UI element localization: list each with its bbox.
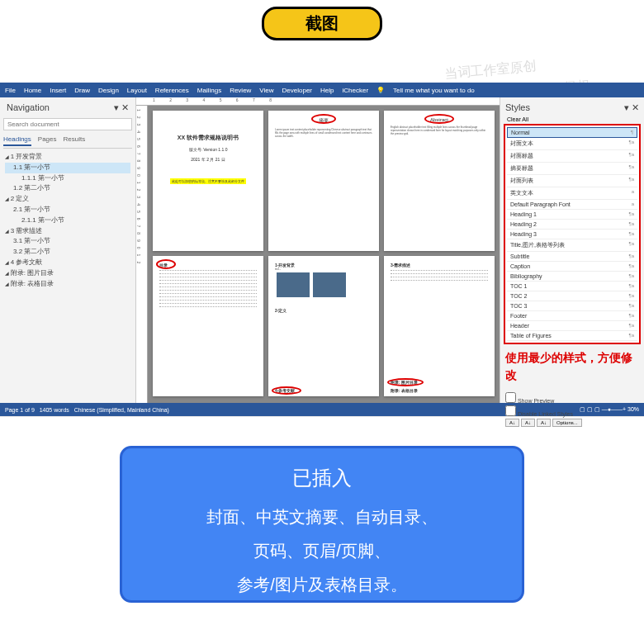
nav-tree: 1 开发背景1.1 第一小节1.1.1 第一小节1.2 第二小节2 定义2.1 … [3, 149, 132, 292]
style-item[interactable]: Footer¶a [507, 311, 637, 321]
word-window: File Home Insert Draw Design Layout Refe… [0, 83, 644, 417]
nav-tree-item[interactable]: 3 需求描述 [5, 226, 130, 237]
nav-tree-item[interactable]: 1.1 第一小节 [5, 163, 130, 173]
vertical-ruler: 1234567890123456789012 [136, 106, 148, 403]
tab-headings[interactable]: Headings [3, 135, 31, 146]
clear-all[interactable]: Clear All [504, 115, 641, 124]
style-item[interactable]: Subtitle¶a [507, 252, 637, 262]
style-item[interactable]: Heading 2¶a [507, 220, 637, 230]
app2: 附录: 表格目录 [391, 388, 418, 393]
nav-tree-item[interactable]: 3.2 第二小节 [5, 247, 130, 258]
style-item[interactable]: Normal¶ [507, 127, 637, 138]
style-item[interactable]: Default Paragraph Fonta [507, 200, 637, 210]
style-item[interactable]: TOC 2¶a [507, 291, 637, 301]
style-item[interactable]: TOC 1¶a [507, 282, 637, 291]
options-button[interactable]: Options... [552, 419, 582, 427]
nav-title: Navigation [7, 102, 50, 113]
show-preview-checkbox[interactable]: Show Preview [505, 392, 639, 404]
style-item[interactable]: Heading 1¶a [507, 210, 637, 220]
tab-review[interactable]: Review [230, 87, 251, 94]
style-btn-1[interactable]: A↓ [505, 419, 519, 427]
styles-title: Styles [505, 102, 530, 113]
page-text: Lorem ipsum text content placeholder rep… [275, 128, 372, 139]
page-thumb[interactable]: 3·需求描述 附录: 图片目录 附录: 表格目录 [384, 256, 495, 396]
page-text: English abstract placeholder text fillin… [391, 125, 488, 136]
tab-ichecker[interactable]: iChecker [342, 87, 368, 94]
callout-line: 页码、页眉/页脚、 [139, 540, 505, 562]
navigation-panel: Navigation ▾ ✕ Headings Pages Results 1 … [0, 97, 136, 403]
close-icon[interactable]: ▾ ✕ [624, 102, 639, 113]
doc-title: XX 软件需求规格说明书 [159, 134, 257, 142]
tab-file[interactable]: File [5, 87, 16, 94]
styles-panel: Styles ▾ ✕ Clear All Normal¶封面文本¶a封面标题¶a… [500, 97, 644, 403]
callout-line: 封面、中英文摘要、自动目录、 [139, 506, 505, 528]
callout-line: 已插入 [139, 465, 505, 491]
style-item[interactable]: Table of Figures¶a [507, 331, 637, 341]
tab-layout[interactable]: Layout [127, 87, 147, 94]
doc-note: 此处可以加您的情等说。注意不要涉及此部分文件 [170, 178, 246, 184]
style-item[interactable]: TOC 3¶a [507, 301, 637, 311]
tab-references[interactable]: References [155, 87, 189, 94]
style-item[interactable]: 英文文本a [507, 187, 637, 200]
nav-tree-item[interactable]: 3.1 第一小节 [5, 236, 130, 247]
page-thumb[interactable]: 摘要 Lorem ipsum text content placeholder … [268, 111, 379, 251]
style-item[interactable]: Header¶a [507, 321, 637, 331]
style-item[interactable]: 封面标题¶a [507, 150, 637, 163]
style-item[interactable]: Title,图片,表格等列表¶a [507, 239, 637, 252]
nav-tree-item[interactable]: 1 开发背景 [5, 152, 130, 163]
word-count[interactable]: 1405 words [40, 407, 69, 413]
callout-line: 参考/图片及表格目录。 [139, 574, 505, 596]
disable-linked-checkbox[interactable]: Disable Linked Styles [505, 405, 639, 417]
page-thumb[interactable]: XX 软件需求规格说明书 版文号: Version 1.1.0 2021 年 2… [153, 111, 263, 251]
annotation: 使用最少的样式，方便修改 [504, 344, 641, 389]
tellme-input[interactable]: Tell me what you want to do [393, 87, 475, 94]
chevron-down-icon[interactable]: ▾ ✕ [114, 102, 129, 113]
search-input[interactable] [3, 118, 132, 130]
nav-tree-item[interactable]: 4 参考文献 [5, 258, 130, 268]
info-callout: 已插入 封面、中英文摘要、自动目录、 页码、页眉/页脚、 参考/图片及表格目录。 [120, 446, 524, 603]
language-indicator[interactable]: Chinese (Simplified, Mainland China) [74, 407, 169, 413]
h3: 3·需求描述 [391, 263, 488, 268]
style-item[interactable]: Heading 3¶a [507, 230, 637, 239]
style-item[interactable]: 封面列表¶a [507, 175, 637, 187]
document-area[interactable]: 1 2 3 4 5 6 7 8 1234567890123456789012 X… [136, 97, 500, 403]
tab-home[interactable]: Home [24, 87, 41, 94]
page-thumb[interactable]: 1·开发背景 text... 2·定义 4·参考文献 [268, 256, 379, 396]
screenshot-badge: 截图 [262, 7, 382, 40]
tab-draw[interactable]: Draw [74, 87, 90, 94]
style-btn-2[interactable]: A↓ [521, 419, 535, 427]
style-btn-3[interactable]: A↓ [537, 419, 551, 427]
tab-design[interactable]: Design [98, 87, 119, 94]
tab-view[interactable]: View [259, 87, 273, 94]
ribbon: File Home Insert Draw Design Layout Refe… [0, 83, 644, 97]
page-thumb[interactable]: 目录 [153, 256, 263, 396]
h2: 2·定义 [275, 308, 372, 313]
style-item[interactable]: Caption¶a [507, 262, 637, 272]
tab-insert[interactable]: Insert [50, 87, 66, 94]
page-thumb[interactable]: Abstract English abstract placeholder te… [384, 111, 495, 251]
nav-tree-item[interactable]: 2.1 第一小节 [5, 205, 130, 215]
nav-tree-item[interactable]: 2.1.1 第一小节 [5, 215, 130, 226]
page-indicator[interactable]: Page 1 of 9 [5, 407, 35, 413]
horizontal-ruler: 1 2 3 4 5 6 7 8 [136, 97, 500, 106]
nav-tree-item[interactable]: 2 定义 [5, 194, 130, 205]
nav-tree-item[interactable]: 1.2 第二小节 [5, 183, 130, 194]
tab-mailings[interactable]: Mailings [197, 87, 221, 94]
lightbulb-icon: 💡 [376, 87, 385, 94]
nav-tree-item[interactable]: 附录: 表格目录 [5, 279, 130, 290]
nav-tree-item[interactable]: 1.1.1 第一小节 [5, 173, 130, 184]
styles-list: Normal¶封面文本¶a封面标题¶a摘要标题¶a封面列表¶a英文文本aDefa… [504, 124, 641, 344]
style-item[interactable]: 摘要标题¶a [507, 163, 637, 175]
tab-help[interactable]: Help [320, 87, 334, 94]
tab-results[interactable]: Results [64, 135, 86, 146]
style-item[interactable]: Bibliography¶a [507, 272, 637, 282]
nav-tree-item[interactable]: 附录: 图片目录 [5, 268, 130, 279]
style-item[interactable]: 封面文本¶a [507, 138, 637, 150]
tab-developer[interactable]: Developer [282, 87, 312, 94]
tab-pages[interactable]: Pages [38, 135, 57, 146]
doc-version: 版文号: Version 1.1.0 [159, 147, 257, 152]
watermark: 当词工作室原创 [443, 58, 537, 83]
